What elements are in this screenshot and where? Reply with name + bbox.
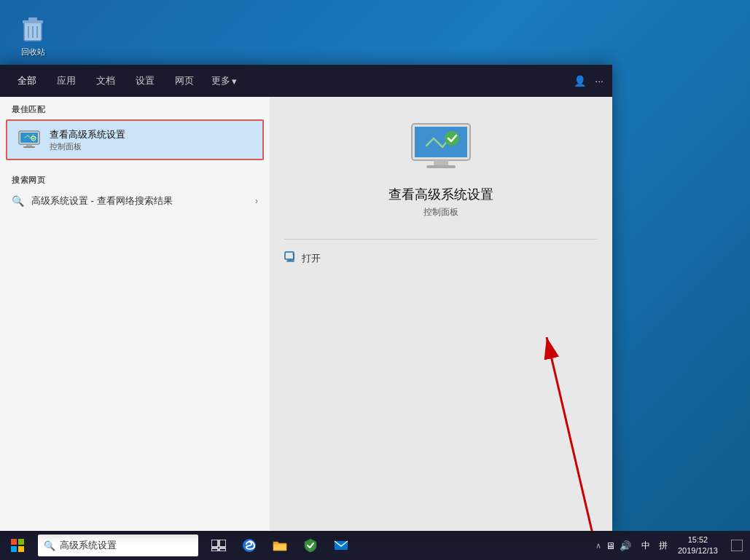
svg-point-16 <box>445 131 459 146</box>
svg-rect-25 <box>18 546 24 552</box>
search-content: 最佳匹配 查 <box>0 97 612 531</box>
web-search-arrow: › <box>255 196 258 206</box>
svg-rect-1 <box>23 20 43 23</box>
svg-rect-28 <box>211 548 218 551</box>
sys-tray-icons: ∧ 🖥 🔊 <box>590 540 637 551</box>
taskbar-search-box[interactable]: 🔍 <box>38 535 198 556</box>
svg-rect-14 <box>434 160 448 165</box>
search-nav: 全部 应用 文档 设置 网页 更多 ▾ 👤 ··· <box>0 65 612 97</box>
right-app-icon <box>405 119 477 177</box>
search-right-panel: 查看高级系统设置 控制面板 打开 <box>270 97 612 531</box>
edge-taskbar-button[interactable] <box>235 531 264 560</box>
user-icon[interactable]: 👤 <box>574 75 586 87</box>
nav-settings[interactable]: 设置 <box>127 70 163 92</box>
web-search-item[interactable]: 🔍 高级系统设置 - 查看网络搜索结果 › <box>0 189 270 213</box>
taskbar-center-icons <box>204 531 356 560</box>
search-panel: 全部 应用 文档 设置 网页 更多 ▾ 👤 ··· 最佳匹配 <box>0 65 612 531</box>
svg-rect-22 <box>11 539 17 545</box>
nav-docs[interactable]: 文档 <box>87 70 124 92</box>
notification-button[interactable] <box>724 531 750 560</box>
search-left-panel: 最佳匹配 查 <box>0 97 270 531</box>
best-match-label: 最佳匹配 <box>0 97 270 118</box>
open-action-icon <box>284 251 296 265</box>
mail-button[interactable] <box>327 531 356 560</box>
recycle-bin-label: 回收站 <box>21 47 45 58</box>
best-match-title: 查看高级系统设置 <box>50 128 125 141</box>
best-match-subtitle: 控制面板 <box>50 141 125 152</box>
svg-rect-33 <box>731 540 743 551</box>
arrow-annotation <box>525 315 612 531</box>
svg-rect-27 <box>219 540 226 547</box>
web-search-section: 搜索网页 🔍 高级系统设置 - 查看网络搜索结果 › <box>0 162 270 219</box>
svg-rect-10 <box>23 146 35 148</box>
svg-rect-15 <box>426 165 456 168</box>
input-method-text: 拼 <box>659 540 668 551</box>
svg-rect-26 <box>211 540 218 547</box>
lang-text: 中 <box>641 540 650 551</box>
svg-rect-17 <box>285 252 294 259</box>
file-explorer-button[interactable] <box>265 531 294 560</box>
open-action[interactable]: 打开 <box>284 251 321 265</box>
web-search-text: 高级系统设置 - 查看网络搜索结果 <box>31 194 173 208</box>
taskbar-search-icon: 🔍 <box>44 540 55 551</box>
network-icon[interactable]: 🖥 <box>606 540 615 551</box>
svg-rect-31 <box>273 544 286 551</box>
nav-more[interactable]: 更多 ▾ <box>206 70 243 92</box>
web-search-label: 搜索网页 <box>0 167 270 189</box>
nav-all[interactable]: 全部 <box>9 70 45 92</box>
start-button[interactable] <box>0 531 35 560</box>
taskbar-search-input[interactable] <box>60 540 192 551</box>
svg-rect-9 <box>26 144 32 146</box>
best-match-text: 查看高级系统设置 控制面板 <box>50 128 125 152</box>
open-label: 打开 <box>302 252 321 265</box>
lang-indicator[interactable]: 中 <box>637 540 655 552</box>
search-web-icon: 🔍 <box>12 195 24 207</box>
nav-apps[interactable]: 应用 <box>48 70 85 92</box>
svg-rect-13 <box>415 127 467 157</box>
time-display: 15:52 <box>688 535 708 545</box>
taskbar: 🔍 <box>0 531 750 560</box>
best-match-item[interactable]: 查看高级系统设置 控制面板 <box>6 119 264 160</box>
right-app-title: 查看高级系统设置 <box>388 186 493 203</box>
svg-line-21 <box>547 337 598 531</box>
desktop: 回收站 MicrotEdge 全部 应用 文档 设置 网页 更多 ▾ 👤 <box>0 0 750 560</box>
nav-right-icons: 👤 ··· <box>574 75 603 87</box>
system-clock[interactable]: 15:52 2019/12/13 <box>672 535 724 557</box>
svg-rect-24 <box>11 546 17 552</box>
svg-rect-29 <box>219 548 226 551</box>
more-options-icon[interactable]: ··· <box>595 75 603 87</box>
volume-icon[interactable]: 🔊 <box>620 540 631 551</box>
svg-rect-23 <box>18 539 24 545</box>
task-view-button[interactable] <box>204 531 233 560</box>
chevron-up-icon[interactable]: ∧ <box>595 541 601 551</box>
security-button[interactable] <box>296 531 325 560</box>
best-match-icon <box>16 127 42 153</box>
right-app-subtitle: 控制面板 <box>423 206 458 218</box>
right-divider <box>284 239 598 240</box>
nav-web[interactable]: 网页 <box>166 70 203 92</box>
svg-rect-2 <box>28 17 37 20</box>
recycle-bin-icon[interactable]: 回收站 <box>7 7 58 60</box>
date-display: 2019/12/13 <box>678 545 718 556</box>
input-method-indicator[interactable]: 拼 <box>655 540 672 552</box>
taskbar-right: ∧ 🖥 🔊 中 拼 15:52 2019/12/13 <box>590 531 750 560</box>
